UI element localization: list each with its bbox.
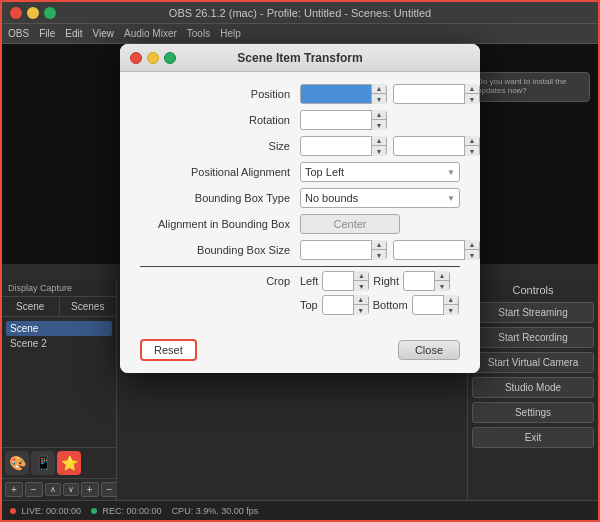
scene-up-button[interactable]: ∧ [45,483,61,496]
menu-edit[interactable]: Edit [65,28,82,39]
crop-bottom-input[interactable]: 0 ▲ ▼ [412,295,459,315]
close-button[interactable] [10,7,22,19]
reset-button[interactable]: Reset [140,339,197,361]
bb-size-w-arrows[interactable]: ▲ ▼ [371,240,386,260]
position-y-down[interactable]: ▼ [465,94,479,104]
crop-left-up[interactable]: ▲ [354,271,368,281]
scene-item-1[interactable]: Scene [6,321,112,336]
remove-source-button[interactable]: − [101,482,119,497]
crop-right-field[interactable]: 0 [404,272,434,290]
bb-size-w-up[interactable]: ▲ [372,240,386,250]
position-y-input[interactable]: 0.0000 ▲ ▼ [393,84,480,104]
alignment-in-bb-value: Center [300,214,400,234]
modal-scene-item-transform: Scene Item Transform Position 0.0000 ▲ ▼… [120,44,480,373]
rotation-field[interactable]: 0.00 [301,111,371,129]
size-h-input[interactable]: 1080.0000 ▲ ▼ [393,136,480,156]
dock-icon-1[interactable]: 🎨 [5,451,29,475]
positional-alignment-select[interactable]: Top Left ▼ [300,162,460,182]
size-w-down[interactable]: ▼ [372,146,386,156]
menu-tools[interactable]: Tools [187,28,210,39]
size-w-arrows[interactable]: ▲ ▼ [371,136,386,156]
size-w-up[interactable]: ▲ [372,136,386,146]
size-h-field[interactable]: 1080.0000 [394,137,464,155]
position-x-field[interactable]: 0.0000 [301,85,371,103]
tab-scene[interactable]: Scene [2,297,60,316]
crop-bottom-field[interactable]: 0 [413,296,443,314]
menu-help[interactable]: Help [220,28,241,39]
position-x-down[interactable]: ▼ [372,94,386,104]
minimize-button[interactable] [27,7,39,19]
scene-down-button[interactable]: ∨ [63,483,79,496]
modal-minimize-button[interactable] [147,52,159,64]
bb-size-h-field[interactable]: 1.0000 [394,241,464,259]
position-y-field[interactable]: 0.0000 [394,85,464,103]
notification-popup[interactable]: Do you want to install the updates now? [470,72,590,102]
crop-bottom-down[interactable]: ▼ [444,305,458,315]
rotation-up[interactable]: ▲ [372,110,386,120]
scene-item-2[interactable]: Scene 2 [6,336,112,351]
bounding-box-type-select[interactable]: No bounds ▼ [300,188,460,208]
crop-left-arrows[interactable]: ▲ ▼ [353,271,368,291]
rotation-down[interactable]: ▼ [372,120,386,130]
close-button-modal[interactable]: Close [398,340,460,360]
settings-button[interactable]: Settings [472,402,594,423]
add-scene-button[interactable]: + [5,482,23,497]
bb-size-h-up[interactable]: ▲ [465,240,479,250]
size-h-up[interactable]: ▲ [465,136,479,146]
start-streaming-button[interactable]: Start Streaming [472,302,594,323]
rotation-input[interactable]: 0.00 ▲ ▼ [300,110,387,130]
bb-size-h-arrows[interactable]: ▲ ▼ [464,240,479,260]
live-dot [10,508,16,514]
crop-bottom-arrows[interactable]: ▲ ▼ [443,295,458,315]
position-x-input[interactable]: 0.0000 ▲ ▼ [300,84,387,104]
size-h-arrows[interactable]: ▲ ▼ [464,136,479,156]
crop-left-input[interactable]: 0 ▲ ▼ [322,271,369,291]
bb-size-w-input[interactable]: 1.0000 ▲ ▼ [300,240,387,260]
bb-size-h-down[interactable]: ▼ [465,250,479,260]
bb-size-w-field[interactable]: 1.0000 [301,241,371,259]
crop-left-field[interactable]: 0 [323,272,353,290]
title-bar: OBS 26.1.2 (mac) - Profile: Untitled - S… [2,2,598,24]
crop-top-down[interactable]: ▼ [354,305,368,315]
size-w-field[interactable]: 1920.0000 [301,137,371,155]
modal-window-controls[interactable] [130,52,176,64]
crop-top-input[interactable]: 0 ▲ ▼ [322,295,369,315]
dock-icon-2[interactable]: 📱 [31,451,55,475]
crop-right-down[interactable]: ▼ [435,281,449,291]
tab-scenes[interactable]: Scenes [60,297,117,316]
start-virtual-camera-button[interactable]: Start Virtual Camera [472,352,594,373]
menu-file[interactable]: File [39,28,55,39]
bb-size-h-input[interactable]: 1.0000 ▲ ▼ [393,240,480,260]
exit-button[interactable]: Exit [472,427,594,448]
menu-audio-mixer[interactable]: Audio Mixer [124,28,177,39]
crop-left-down[interactable]: ▼ [354,281,368,291]
position-y-arrows[interactable]: ▲ ▼ [464,84,479,104]
start-recording-button[interactable]: Start Recording [472,327,594,348]
size-h-down[interactable]: ▼ [465,146,479,156]
dock-icon-3[interactable]: ⭐ [57,451,81,475]
crop-top-up[interactable]: ▲ [354,295,368,305]
crop-bottom-up[interactable]: ▲ [444,295,458,305]
modal-maximize-button[interactable] [164,52,176,64]
size-w-input[interactable]: 1920.0000 ▲ ▼ [300,136,387,156]
position-y-up[interactable]: ▲ [465,84,479,94]
modal-close-button[interactable] [130,52,142,64]
crop-label: Crop [140,275,300,287]
crop-right-up[interactable]: ▲ [435,271,449,281]
studio-mode-button[interactable]: Studio Mode [472,377,594,398]
window-controls[interactable] [10,7,56,19]
crop-right-arrows[interactable]: ▲ ▼ [434,271,449,291]
position-x-up[interactable]: ▲ [372,84,386,94]
menu-obs[interactable]: OBS [8,28,29,39]
maximize-button[interactable] [44,7,56,19]
position-x-arrows[interactable]: ▲ ▼ [371,84,386,104]
menu-view[interactable]: View [92,28,114,39]
crop-top-arrows[interactable]: ▲ ▼ [353,295,368,315]
add-source-button[interactable]: + [81,482,99,497]
crop-right-label: Right [373,275,399,287]
remove-scene-button[interactable]: − [25,482,43,497]
bb-size-w-down[interactable]: ▼ [372,250,386,260]
rotation-arrows[interactable]: ▲ ▼ [371,110,386,130]
crop-right-input[interactable]: 0 ▲ ▼ [403,271,450,291]
crop-top-field[interactable]: 0 [323,296,353,314]
